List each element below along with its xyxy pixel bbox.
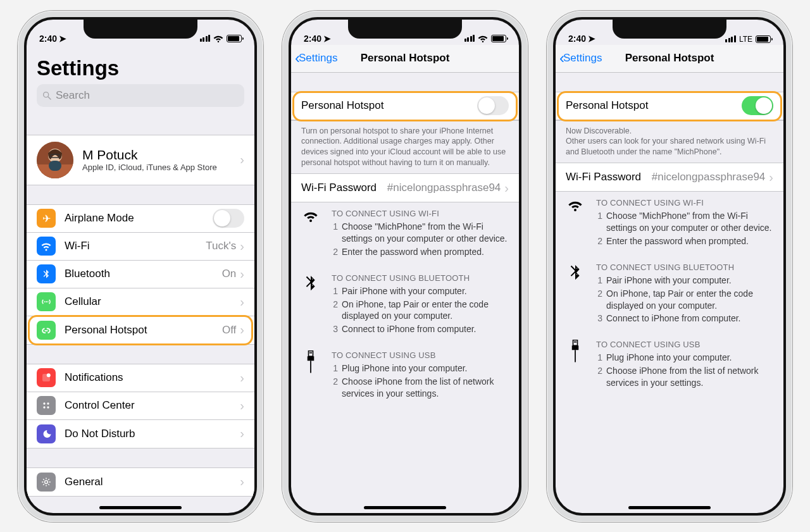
svg-rect-19 [573,340,578,346]
chevron-right-icon: › [240,323,244,337]
phone-hotspot-on: 2:40 ➤ LTE ‹Settings Personal Hotspot Pe… [547,11,792,522]
back-label: Settings [299,52,337,65]
svg-point-12 [47,406,49,408]
connect-bluetooth-instructions: TO CONNECT USING BLUETOOTH 1Pair iPhone … [556,256,783,334]
control-center-row[interactable]: Control Center › [27,392,254,420]
wifi-icon [566,198,585,249]
search-icon [42,90,52,101]
search-placeholder: Search [56,89,90,102]
svg-rect-14 [309,351,313,357]
connect-wifi-instructions: TO CONNECT USING WI-FI 1Choose "MichPhon… [291,202,519,267]
profile-row[interactable]: M Potuck Apple ID, iCloud, iTunes & App … [27,135,254,185]
wifi-icon [213,34,223,44]
bt-instr-1: Pair iPhone with your computer. [342,285,467,297]
svg-rect-18 [310,361,311,373]
cellular-row[interactable]: Cellular › [27,288,254,316]
notch [613,20,726,39]
hotspot-on-footer: Now Discoverable. Other users can look f… [556,121,783,163]
back-button[interactable]: ‹Settings [295,51,337,66]
bluetooth-value: On [222,268,237,280]
chevron-right-icon: › [240,295,244,309]
hotspot-value: Off [222,324,236,337]
hotspot-toggle-label: Personal Hotspot [301,99,477,112]
discoverable-desc: Other users can look for your shared net… [566,137,766,156]
notifications-label: Notifications [65,371,240,384]
svg-point-11 [43,406,45,408]
airplane-icon: ✈︎ [37,209,56,228]
bluetooth-label: Bluetooth [65,268,222,280]
status-time: 2:40 [304,34,321,44]
back-button[interactable]: ‹Settings [559,51,602,66]
avatar [37,142,73,178]
chevron-right-icon: › [240,239,244,254]
wifi-row[interactable]: Wi-Fi Tuck's › [27,233,254,261]
svg-rect-5 [49,161,61,171]
general-row[interactable]: General › [27,468,254,496]
chevron-right-icon: › [240,399,244,413]
phone-hotspot-off: 2:40 ➤ ‹Settings Personal Hotspot Person… [282,11,528,522]
back-label: Settings [563,52,602,65]
hotspot-toggle-row[interactable]: Personal Hotspot [291,92,519,120]
hotspot-toggle-row[interactable]: Personal Hotspot [556,92,783,120]
svg-line-1 [48,97,51,99]
battery-icon [227,35,242,42]
hotspot-switch-off[interactable] [477,96,509,115]
cellular-label: Cellular [65,295,240,308]
wifi-value: Tuck's [206,240,236,252]
cellular-icon [37,292,56,311]
chevron-right-icon: › [240,474,244,489]
svg-rect-15 [309,352,310,354]
connect-usb-instructions: TO CONNECT USING USB 1Plug iPhone into y… [291,344,519,409]
home-indicator[interactable] [628,506,711,509]
chevron-right-icon: › [240,267,244,281]
wifi-instr-1: Choose "MichPhone" from the Wi-Fi settin… [342,221,509,245]
hotspot-icon [37,321,56,340]
airplane-switch[interactable] [213,209,244,228]
carrier-text: LTE [739,35,752,44]
wifi-instr-2: Enter the password when prompted. [606,235,749,247]
bluetooth-icon [37,264,56,283]
chevron-right-icon: › [769,170,773,185]
dnd-row[interactable]: Do Not Disturb › [27,420,254,448]
wifi-icon [301,209,320,259]
phone-settings-root: 2:40 ➤ Settings Search [18,11,263,522]
status-time: 2:40 [39,34,57,44]
nav-bar: ‹Settings Personal Hotspot [556,45,783,73]
home-indicator[interactable] [364,506,446,509]
bt-instr-3: Connect to iPhone from computer. [342,323,476,335]
usb-instr-1: Plug iPhone into your computer. [606,352,732,364]
notch [84,20,197,39]
svg-rect-17 [308,356,315,361]
bluetooth-icon [566,263,585,326]
airplane-mode-row[interactable]: ✈︎ Airplane Mode [27,205,254,233]
usb-instr-2: Choose iPhone from the list of network s… [342,376,509,400]
svg-rect-16 [311,352,311,354]
location-icon: ➤ [59,34,66,44]
notch [348,20,462,39]
svg-point-13 [45,480,48,483]
notifications-icon [37,368,56,387]
svg-point-0 [44,92,49,97]
wifi-instr-2: Enter the password when prompted. [342,246,484,258]
wifi-password-label: Wi-Fi Password [301,182,387,194]
svg-rect-20 [574,342,575,343]
cellular-signal-icon [200,35,211,42]
wifi-password-row[interactable]: Wi-Fi Password #nicelongpassphrase94 › [291,174,519,202]
battery-icon [491,35,506,42]
hotspot-switch-on[interactable] [742,96,773,115]
chevron-right-icon: › [240,371,244,385]
home-indicator[interactable] [99,506,182,509]
connect-usb-instructions: TO CONNECT USING USB 1Plug iPhone into y… [556,333,783,398]
location-icon: ➤ [323,34,331,44]
usb-instr-title: TO CONNECT USING USB [332,350,509,360]
search-input[interactable]: Search [37,84,244,107]
chevron-right-icon: › [240,426,244,441]
svg-point-10 [47,402,49,404]
notifications-row[interactable]: Notifications › [27,364,254,392]
personal-hotspot-row[interactable]: Personal Hotspot Off › [27,316,254,344]
bluetooth-row[interactable]: Bluetooth On › [27,261,254,288]
bt-instr-1: Pair iPhone with your computer. [606,275,732,287]
wifi-password-row[interactable]: Wi-Fi Password #nicelongpassphrase94 › [556,163,783,191]
bt-instr-2: On iPhone, tap Pair or enter the code di… [606,288,773,312]
airplane-label: Airplane Mode [65,212,213,225]
